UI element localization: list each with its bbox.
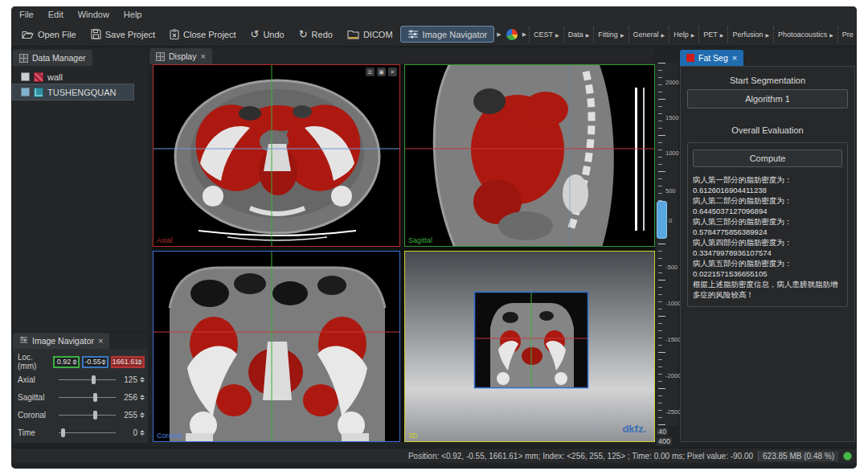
visibility-checkbox[interactable] xyxy=(21,88,30,96)
spinner-arrows-icon[interactable] xyxy=(140,412,145,418)
level-window-slider[interactable]: 2000 1500 1000 500 0 -500 -1000 -1500 -2… xyxy=(657,63,678,426)
ruler-label: -2000 xyxy=(665,372,681,379)
sagittal-slider[interactable] xyxy=(59,391,116,403)
tab-image-navigator[interactable]: Image Navigator xyxy=(13,333,109,349)
color-wheel-arrow-icon[interactable]: ▶ xyxy=(520,31,529,38)
compute-button[interactable]: Compute xyxy=(693,149,842,167)
toolbar-overflow-arrow-icon[interactable]: ▶ xyxy=(494,31,503,38)
viewport-label-sagittal: Sagittal xyxy=(408,236,432,244)
menu-help[interactable]: Help xyxy=(124,10,142,19)
submenu-arrow-icon xyxy=(829,31,833,39)
toolbar-menu-cest[interactable]: CEST xyxy=(529,27,563,43)
toolbar-menu-photoacoustics[interactable]: Photoacoustics xyxy=(773,27,837,43)
open-file-button[interactable]: Open File xyxy=(14,26,84,43)
evaluation-results: 病人第一部分的脂肪密度为：0.6126016904411238 病人第二部分的脂… xyxy=(693,174,842,300)
algorithm-1-button[interactable]: Algorithm 1 xyxy=(687,89,848,109)
close-icon[interactable] xyxy=(732,53,737,63)
viewport-menu-icon[interactable]: ☰ xyxy=(366,68,375,76)
window-level-value[interactable]: 40 xyxy=(657,428,668,436)
image-navigator-tabbar: Image Navigator xyxy=(13,333,148,349)
dicom-button[interactable]: DICOM xyxy=(340,26,400,43)
save-icon xyxy=(91,29,101,39)
window-width-value[interactable]: 400 xyxy=(657,437,672,445)
viewport-axial[interactable]: ☰ ▣ ✕ Axial xyxy=(153,64,400,247)
fat-seg-panel: Start Segmentation Algorithm 1 Overall E… xyxy=(680,66,855,442)
image-navigator-icon xyxy=(407,29,419,39)
axial-slider-value[interactable]: 125 xyxy=(118,375,137,384)
toolbar-menu-data[interactable]: Data xyxy=(563,27,594,43)
toolbar-menu-perfusion[interactable]: Perfusion xyxy=(727,27,773,43)
spinner-arrows-icon[interactable] xyxy=(101,358,106,366)
visibility-checkbox[interactable] xyxy=(21,72,30,81)
cursor-position-text: Position: <0.92, -0.55, 1661.61> mm; Ind… xyxy=(408,452,753,461)
toolbar-menu-fitting[interactable]: Fitting xyxy=(593,27,628,43)
image-navigator-button[interactable]: Image Navigator xyxy=(400,26,495,43)
undo-label: Undo xyxy=(263,30,284,39)
spinner-arrows-icon[interactable] xyxy=(137,358,142,366)
result-line: 根据上述脂肪密度信息，病人患膀胱脂肪增多症的风险较高！ xyxy=(693,279,842,300)
toolbar-menu-pet[interactable]: PET xyxy=(698,27,727,43)
viewport-settings-icon[interactable]: ✕ xyxy=(388,68,397,76)
viewport-3d[interactable]: MITK dkfz. 3D xyxy=(404,251,655,442)
color-wheel-icon[interactable] xyxy=(506,29,518,40)
segmentation-node-icon xyxy=(34,72,43,82)
time-slider[interactable] xyxy=(59,427,116,438)
undo-button[interactable]: ↺ Undo xyxy=(244,27,292,43)
redo-label: Redo xyxy=(312,30,333,39)
save-project-button[interactable]: Save Project xyxy=(84,26,162,43)
display-icon xyxy=(156,52,165,61)
ruler-label: -500 xyxy=(665,264,678,271)
image-navigator-panel: Loc. (mm) 0.92 -0.55 1661.61 Axial 125 S… xyxy=(13,349,148,443)
coronal-slider-value[interactable]: 255 xyxy=(118,411,137,420)
ruler-major-ticks xyxy=(658,63,665,426)
menu-bar: File Edit Window Help xyxy=(11,6,857,23)
viewport-grid: ☰ ▣ ✕ Axial xyxy=(153,64,655,442)
viewport-label-axial: Axial xyxy=(157,236,173,244)
close-icon[interactable] xyxy=(98,336,103,346)
image-navigator-label: Image Navigator xyxy=(423,30,488,39)
time-slider-value[interactable]: 0 xyxy=(118,428,137,437)
spinner-arrows-icon[interactable] xyxy=(140,395,145,400)
close-project-icon xyxy=(170,29,179,39)
loc-label: Loc. (mm) xyxy=(18,353,51,371)
spinner-arrows-icon[interactable] xyxy=(72,358,77,366)
tab-display[interactable]: Display xyxy=(149,48,212,64)
axial-slider[interactable] xyxy=(59,374,116,385)
toolbar-menu-help[interactable]: Help xyxy=(669,27,698,43)
evaluation-group: Compute 病人第一部分的脂肪密度为：0.6126016904411238 … xyxy=(687,142,848,307)
menu-window[interactable]: Window xyxy=(78,10,109,19)
data-node-tushengquan[interactable]: TUSHENGQUAN xyxy=(13,84,133,100)
close-project-button[interactable]: Close Project xyxy=(162,26,243,43)
data-node-wall[interactable]: wall xyxy=(13,69,148,84)
save-project-label: Save Project xyxy=(105,30,155,39)
tab-fat-seg[interactable]: Fat Seg xyxy=(680,50,743,66)
menu-file[interactable]: File xyxy=(19,10,34,19)
submenu-arrow-icon xyxy=(691,31,695,39)
data-tree: wall TUSHENGQUAN xyxy=(13,66,148,331)
redo-button[interactable]: ↻ Redo xyxy=(292,27,340,43)
memory-usage: 623.85 MB (0.48 %) xyxy=(758,451,838,461)
data-manager-tabbar: Data Manager xyxy=(13,48,148,66)
view-menus: CEST Data Fitting General Help PET Perfu… xyxy=(529,27,854,43)
loc-y-spinbox[interactable]: -0.55 xyxy=(82,356,108,368)
result-line: 病人第五部分的脂肪密度为：0.0221571536655105 xyxy=(693,258,842,279)
submenu-arrow-icon xyxy=(620,31,624,39)
level-window-handle[interactable] xyxy=(657,201,667,239)
viewport-coronal[interactable]: Coronal xyxy=(153,251,400,442)
close-icon[interactable] xyxy=(200,51,205,61)
spinner-arrows-icon[interactable] xyxy=(140,377,145,383)
fat-seg-icon xyxy=(686,54,694,62)
menu-edit[interactable]: Edit xyxy=(48,10,63,19)
result-line: 病人第一部分的脂肪密度为：0.6126016904411238 xyxy=(693,174,842,195)
loc-z-spinbox[interactable]: 1661.61 xyxy=(111,356,145,368)
image-navigator-icon xyxy=(19,336,28,346)
loc-x-spinbox[interactable]: 0.92 xyxy=(53,356,80,368)
coronal-slider[interactable] xyxy=(59,409,116,420)
tab-data-manager[interactable]: Data Manager xyxy=(13,50,92,66)
toolbar-menu-general[interactable]: General xyxy=(628,27,669,43)
sagittal-slider-value[interactable]: 256 xyxy=(118,393,137,402)
spinner-arrows-icon[interactable] xyxy=(140,430,145,436)
viewport-maximize-icon[interactable]: ▣ xyxy=(377,68,386,76)
toolbar-menu-preprocessing[interactable]: Preprocessing xyxy=(837,27,854,43)
viewport-sagittal[interactable]: Sagittal xyxy=(404,64,655,247)
